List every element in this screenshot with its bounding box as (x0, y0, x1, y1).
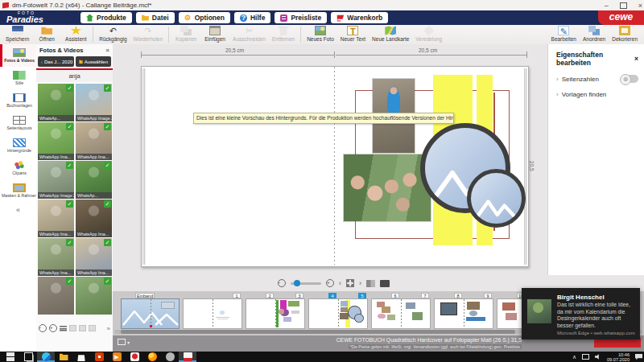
close-icon[interactable]: × (105, 47, 109, 54)
view-mode-icon[interactable] (118, 339, 126, 345)
select-photos-button[interactable]: Auswählen (76, 56, 111, 67)
notification-message: Das ist wirklich eine tolle Idee, da mir… (557, 302, 635, 329)
menu-item-produkte[interactable]: Produkte (80, 12, 132, 23)
taskbar-office-icon[interactable] (90, 352, 108, 362)
notification-toast[interactable]: Birgit Henschel Das ist wirklich eine to… (522, 288, 640, 339)
photo-thumb[interactable]: WhatsApp Image 2...✓ (38, 161, 74, 199)
taskbar-media-icon[interactable]: ▶ (108, 352, 126, 362)
photo-thumb[interactable]: WhatsApp Ima...✓ (76, 238, 112, 276)
taskbar-edge-icon[interactable] (37, 352, 55, 362)
close-icon[interactable]: × (634, 55, 638, 63)
maximize-button[interactable] (620, 2, 627, 9)
sidebar-item-buchvorlagen[interactable]: Buchvorlagen (0, 89, 36, 112)
notification-avatar (527, 299, 551, 323)
taskbar-shield-icon[interactable] (126, 352, 143, 362)
sidebar-item-stile[interactable]: Stile (0, 67, 36, 89)
zoom-in-icon[interactable]: + (49, 324, 57, 332)
zoom-out-icon[interactable]: - (278, 279, 286, 287)
photo-thumb[interactable]: ✓ (38, 277, 74, 315)
photo-thumb[interactable]: WhatsApp Ima...✓ (76, 122, 112, 160)
zoom-slider-knob[interactable] (294, 280, 300, 286)
taskbar-lens-icon[interactable] (161, 352, 179, 362)
filmstrip-cover-thumb[interactable] (121, 298, 180, 329)
minimize-button[interactable]: – (605, 2, 609, 10)
taskbar-firefox-icon[interactable] (143, 352, 161, 362)
previous-spread-icon[interactable]: ‹ (339, 279, 341, 287)
editor-canvas[interactable]: 20,5 cm 20,5 cm 20,5 cm Dies ist eine kl… (113, 44, 547, 275)
list-view-icon[interactable] (60, 325, 67, 331)
filmstrip-spread[interactable]: 67 (371, 293, 431, 329)
toolbar-button-assistent[interactable]: Assistent (61, 25, 90, 44)
caret-down-icon[interactable]: ▾ (127, 339, 130, 345)
tray-date: 09.07.2020 (607, 357, 630, 362)
menu-item-warenkorb[interactable]: Warenkorb (331, 12, 388, 23)
clipart-placeholder-small[interactable] (467, 169, 526, 228)
filmstrip-spread[interactable]: 89 (434, 293, 493, 329)
date-filter-button[interactable]: ‹ Das J... 2020 (38, 56, 74, 67)
properties-item-vorlagen-finden[interactable]: ›Vorlagen finden (548, 83, 644, 98)
spread-thumb[interactable] (308, 298, 368, 329)
more-icon[interactable]: » (107, 325, 110, 332)
spread-thumb[interactable] (183, 298, 242, 329)
menu-item-datei[interactable]: Datei (136, 12, 175, 23)
sidebar-item-hintergründe[interactable]: Hintergründe (0, 134, 36, 157)
filmstrip-scrollbar-thumb[interactable] (121, 330, 515, 334)
photo-thumb[interactable]: WhatsApp Ima...✓ (76, 200, 112, 237)
page-preview-icon[interactable] (366, 280, 375, 287)
sidebar-collapse-button[interactable]: « (0, 202, 36, 218)
zoom-slider[interactable] (291, 282, 321, 285)
menu-item-optionen[interactable]: ⚙Optionen (179, 12, 230, 23)
page-label: 4 (328, 293, 336, 298)
photo-thumb[interactable]: WhatsApp Ima...✓ (38, 238, 74, 276)
zoom-in-icon[interactable]: + (326, 279, 334, 287)
sidebar-item-seitenlayouts[interactable]: Seitenlayouts (0, 112, 36, 134)
filmstrip-spread[interactable]: 23 (246, 293, 305, 329)
spread-thumb[interactable] (371, 298, 431, 329)
sidebar-item-fotos-videos[interactable]: Fotos & Videos (0, 44, 36, 67)
taskbar-start-icon[interactable] (2, 352, 19, 362)
toolbar-button-neue-landkarte[interactable]: Neue Landkarte (369, 25, 412, 44)
close-button[interactable]: × (638, 2, 642, 10)
taskbar-explorer-icon[interactable] (55, 352, 72, 362)
photo-thumb[interactable]: ✓ (76, 277, 112, 315)
photo-thumb[interactable]: WhatsApp Ima...✓ (38, 200, 74, 237)
spread-thumb[interactable] (246, 298, 305, 329)
toolbar-button-anordnen[interactable]: Anordnen (580, 25, 609, 42)
toolbar-button-neues-foto[interactable]: Neues Foto (303, 25, 337, 44)
filmstrip-spread[interactable]: 1 (183, 293, 242, 329)
taskbar-taskview-icon[interactable] (19, 352, 37, 362)
network-icon[interactable] (582, 354, 589, 360)
photo-group-label[interactable]: anja (36, 70, 113, 82)
toolbar-button-rückgängig[interactable]: ↶Rückgängig (96, 25, 130, 44)
next-spread-icon[interactable]: › (359, 279, 361, 287)
filmstrip-spread[interactable]: 45 (308, 293, 368, 329)
menu-item-hilfe[interactable]: ?Hilfe (234, 12, 270, 23)
toolbar-button-öffnen[interactable]: Öffnen (32, 25, 61, 44)
volume-icon[interactable] (595, 354, 601, 360)
taskbar-store-icon[interactable] (72, 352, 90, 362)
toolbar-button-neuer-text[interactable]: TNeuer Text (337, 25, 369, 44)
taskbar-photo-app-icon[interactable] (179, 352, 196, 362)
zoom-out-icon[interactable]: - (39, 324, 47, 332)
photo-thumb[interactable]: WhatsApp Image 2...✓ (76, 84, 112, 121)
sidebar-item-cliparts[interactable]: Cliparts (0, 157, 36, 179)
menu-item-preisliste[interactable]: Preisliste (275, 12, 327, 23)
photo-thumb[interactable]: WhatsAp...✓ (76, 161, 112, 199)
spread-thumb[interactable] (434, 298, 493, 329)
clock[interactable]: 10:46 09.07.2020 (607, 352, 630, 362)
properties-item-seitenzahlen[interactable]: ›Seitenzahlen⊗ (548, 67, 644, 83)
page-numbers-toggle[interactable]: ⊗ (621, 75, 638, 83)
photo-thumb[interactable]: WhatsAp...✓ (38, 84, 74, 121)
toolbar-button-dekorieren[interactable]: Dekorieren (609, 25, 641, 42)
fit-to-window-icon[interactable] (346, 279, 354, 287)
tray-chevron-icon[interactable]: ∧ (572, 354, 576, 360)
toolbar-button-einfügen[interactable]: Einfügen (200, 25, 229, 44)
sidebar-item-masken-rahmen[interactable]: Masken & Rahmen (0, 179, 36, 202)
action-center-icon[interactable] (635, 354, 642, 360)
toolbar-button-speichern[interactable]: Speichern (2, 25, 32, 44)
dark-preview-icon[interactable] (380, 280, 390, 287)
toolbar-button-bearbeiten[interactable]: ✎Bearbeiten (548, 25, 580, 42)
filmstrip-cover[interactable]: Einband (121, 293, 180, 329)
photo-thumb[interactable]: WhatsApp Ima...✓ (38, 122, 74, 160)
photo-family-selfie[interactable] (344, 154, 431, 221)
